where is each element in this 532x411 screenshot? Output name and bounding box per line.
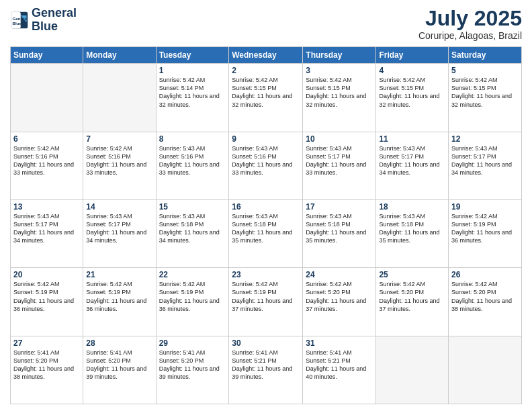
- day-number: 12: [451, 134, 519, 144]
- day-number: 15: [159, 202, 226, 212]
- calendar-cell: 9Sunrise: 5:43 AM Sunset: 5:16 PM Daylig…: [229, 132, 303, 199]
- day-number: 7: [86, 134, 152, 144]
- calendar-cell: 3Sunrise: 5:42 AM Sunset: 5:15 PM Daylig…: [303, 64, 376, 132]
- cell-info: Sunrise: 5:42 AM Sunset: 5:15 PM Dayligh…: [379, 76, 445, 109]
- day-number: 16: [232, 202, 300, 212]
- logo-line2: Blue: [32, 19, 58, 33]
- cell-info: Sunrise: 5:42 AM Sunset: 5:20 PM Dayligh…: [379, 280, 445, 313]
- cell-info: Sunrise: 5:43 AM Sunset: 5:17 PM Dayligh…: [13, 212, 80, 245]
- weekday-header: Tuesday: [156, 47, 229, 64]
- weekday-header: Saturday: [449, 47, 522, 64]
- calendar-cell: 6Sunrise: 5:42 AM Sunset: 5:16 PM Daylig…: [11, 132, 83, 199]
- main-title: July 2025: [418, 7, 522, 30]
- calendar-cell: 20Sunrise: 5:42 AM Sunset: 5:19 PM Dayli…: [11, 268, 83, 336]
- cell-info: Sunrise: 5:42 AM Sunset: 5:20 PM Dayligh…: [451, 280, 519, 313]
- calendar-cell: 14Sunrise: 5:43 AM Sunset: 5:17 PM Dayli…: [83, 199, 156, 267]
- calendar-cell: 31Sunrise: 5:41 AM Sunset: 5:21 PM Dayli…: [303, 336, 376, 404]
- calendar-week-row: 20Sunrise: 5:42 AM Sunset: 5:19 PM Dayli…: [11, 268, 522, 336]
- day-number: 14: [86, 202, 152, 212]
- calendar-cell: 1Sunrise: 5:42 AM Sunset: 5:14 PM Daylig…: [156, 64, 229, 132]
- cell-info: Sunrise: 5:41 AM Sunset: 5:21 PM Dayligh…: [232, 349, 300, 381]
- logo-line1: General: [32, 6, 77, 19]
- cell-info: Sunrise: 5:43 AM Sunset: 5:18 PM Dayligh…: [379, 212, 445, 245]
- cell-info: Sunrise: 5:43 AM Sunset: 5:17 PM Dayligh…: [86, 212, 152, 245]
- cell-info: Sunrise: 5:43 AM Sunset: 5:18 PM Dayligh…: [232, 212, 300, 245]
- day-number: 23: [232, 270, 300, 279]
- day-number: 4: [379, 66, 445, 75]
- cell-info: Sunrise: 5:41 AM Sunset: 5:21 PM Dayligh…: [306, 349, 373, 381]
- calendar-cell: 27Sunrise: 5:41 AM Sunset: 5:20 PM Dayli…: [11, 336, 83, 404]
- calendar-cell: 21Sunrise: 5:42 AM Sunset: 5:19 PM Dayli…: [83, 268, 156, 336]
- day-number: 21: [86, 270, 152, 279]
- cell-info: Sunrise: 5:42 AM Sunset: 5:20 PM Dayligh…: [306, 280, 373, 313]
- calendar-cell: 2Sunrise: 5:42 AM Sunset: 5:15 PM Daylig…: [229, 64, 303, 132]
- calendar-cell: 15Sunrise: 5:43 AM Sunset: 5:18 PM Dayli…: [156, 199, 229, 267]
- calendar-week-row: 27Sunrise: 5:41 AM Sunset: 5:20 PM Dayli…: [11, 336, 522, 404]
- cell-info: Sunrise: 5:42 AM Sunset: 5:19 PM Dayligh…: [232, 280, 300, 313]
- calendar-cell: 13Sunrise: 5:43 AM Sunset: 5:17 PM Dayli…: [11, 199, 83, 267]
- day-number: 1: [159, 66, 226, 75]
- cell-info: Sunrise: 5:42 AM Sunset: 5:14 PM Dayligh…: [159, 76, 226, 109]
- cell-info: Sunrise: 5:41 AM Sunset: 5:20 PM Dayligh…: [86, 349, 152, 381]
- weekday-header: Friday: [376, 47, 449, 64]
- cell-info: Sunrise: 5:43 AM Sunset: 5:16 PM Dayligh…: [159, 144, 226, 177]
- calendar-cell: 16Sunrise: 5:43 AM Sunset: 5:18 PM Dayli…: [229, 199, 303, 267]
- calendar-cell: [376, 336, 449, 404]
- day-number: 19: [451, 202, 519, 212]
- cell-info: Sunrise: 5:42 AM Sunset: 5:16 PM Dayligh…: [86, 144, 152, 177]
- calendar-cell: 23Sunrise: 5:42 AM Sunset: 5:19 PM Dayli…: [229, 268, 303, 336]
- calendar-cell: 7Sunrise: 5:42 AM Sunset: 5:16 PM Daylig…: [83, 132, 156, 199]
- cell-info: Sunrise: 5:41 AM Sunset: 5:20 PM Dayligh…: [13, 349, 80, 381]
- cell-info: Sunrise: 5:43 AM Sunset: 5:17 PM Dayligh…: [379, 144, 445, 177]
- weekday-header: Sunday: [11, 47, 83, 64]
- calendar-cell: 18Sunrise: 5:43 AM Sunset: 5:18 PM Dayli…: [376, 199, 449, 267]
- day-number: 31: [306, 338, 373, 348]
- day-number: 20: [13, 270, 80, 279]
- day-number: 8: [159, 134, 226, 144]
- calendar-cell: 19Sunrise: 5:42 AM Sunset: 5:19 PM Dayli…: [449, 199, 522, 267]
- calendar-week-row: 6Sunrise: 5:42 AM Sunset: 5:16 PM Daylig…: [11, 132, 522, 199]
- day-number: 28: [86, 338, 152, 348]
- cell-info: Sunrise: 5:43 AM Sunset: 5:17 PM Dayligh…: [306, 144, 373, 177]
- cell-info: Sunrise: 5:43 AM Sunset: 5:16 PM Dayligh…: [232, 144, 300, 177]
- calendar-cell: 4Sunrise: 5:42 AM Sunset: 5:15 PM Daylig…: [376, 64, 449, 132]
- cell-info: Sunrise: 5:42 AM Sunset: 5:19 PM Dayligh…: [159, 280, 226, 313]
- calendar-cell: 25Sunrise: 5:42 AM Sunset: 5:20 PM Dayli…: [376, 268, 449, 336]
- header: General Blue General Blue July 2025 Coru…: [10, 7, 522, 41]
- day-number: 11: [379, 134, 445, 144]
- calendar-table: SundayMondayTuesdayWednesdayThursdayFrid…: [10, 46, 522, 404]
- logo-text: General Blue: [32, 7, 77, 34]
- subtitle: Coruripe, Alagoas, Brazil: [418, 30, 522, 41]
- cell-info: Sunrise: 5:42 AM Sunset: 5:15 PM Dayligh…: [232, 76, 300, 109]
- calendar-cell: 24Sunrise: 5:42 AM Sunset: 5:20 PM Dayli…: [303, 268, 376, 336]
- calendar-cell: 30Sunrise: 5:41 AM Sunset: 5:21 PM Dayli…: [229, 336, 303, 404]
- cell-info: Sunrise: 5:42 AM Sunset: 5:15 PM Dayligh…: [306, 76, 373, 109]
- day-number: 26: [451, 270, 519, 279]
- cell-info: Sunrise: 5:42 AM Sunset: 5:15 PM Dayligh…: [451, 76, 519, 109]
- cell-info: Sunrise: 5:43 AM Sunset: 5:18 PM Dayligh…: [159, 212, 226, 245]
- day-number: 24: [306, 270, 373, 279]
- svg-text:Blue: Blue: [13, 21, 22, 26]
- day-number: 13: [13, 202, 80, 212]
- calendar-cell: [83, 64, 156, 132]
- calendar-cell: 12Sunrise: 5:43 AM Sunset: 5:17 PM Dayli…: [449, 132, 522, 199]
- page: General Blue General Blue July 2025 Coru…: [0, 0, 532, 411]
- calendar-week-row: 13Sunrise: 5:43 AM Sunset: 5:17 PM Dayli…: [11, 199, 522, 267]
- day-number: 29: [159, 338, 226, 348]
- day-number: 10: [306, 134, 373, 144]
- day-number: 2: [232, 66, 300, 75]
- cell-info: Sunrise: 5:43 AM Sunset: 5:18 PM Dayligh…: [306, 212, 373, 245]
- weekday-header: Thursday: [303, 47, 376, 64]
- day-number: 25: [379, 270, 445, 279]
- weekday-header: Monday: [83, 47, 156, 64]
- cell-info: Sunrise: 5:42 AM Sunset: 5:16 PM Dayligh…: [13, 144, 80, 177]
- svg-text:General: General: [13, 16, 28, 21]
- calendar-cell: 17Sunrise: 5:43 AM Sunset: 5:18 PM Dayli…: [303, 199, 376, 267]
- calendar-cell: [11, 64, 83, 132]
- day-number: 5: [451, 66, 519, 75]
- title-block: July 2025 Coruripe, Alagoas, Brazil: [418, 7, 522, 41]
- calendar-cell: 22Sunrise: 5:42 AM Sunset: 5:19 PM Dayli…: [156, 268, 229, 336]
- day-number: 17: [306, 202, 373, 212]
- calendar-cell: 5Sunrise: 5:42 AM Sunset: 5:15 PM Daylig…: [449, 64, 522, 132]
- calendar-cell: 8Sunrise: 5:43 AM Sunset: 5:16 PM Daylig…: [156, 132, 229, 199]
